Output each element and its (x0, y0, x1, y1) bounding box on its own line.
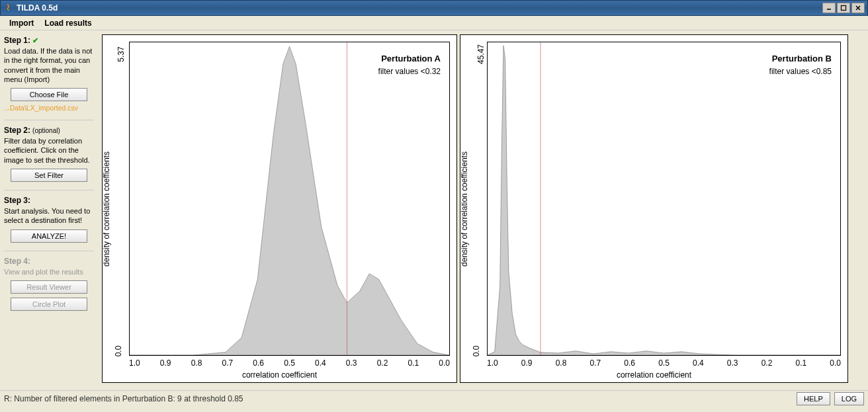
plot-a-subtitle: filter values <0.32 (378, 67, 441, 76)
menubar: Import Load results (0, 16, 868, 30)
menu-load-results[interactable]: Load results (39, 17, 97, 29)
statusbar: R: Number of filtered elements in Pertur… (0, 390, 868, 406)
step4-desc: View and plot the results (4, 267, 94, 276)
plot-b-ymin: 0.0 (472, 346, 481, 357)
plot-b-ylabel: density of correlation coefficients (460, 151, 469, 267)
circle-plot-button: Circle Plot (11, 298, 87, 311)
step2-desc: Filter data by correlation coefficient. … (4, 136, 94, 165)
plot-perturbation-a[interactable]: 5.37 0.0 density of correlation coeffici… (102, 34, 457, 383)
minimize-button[interactable] (822, 3, 836, 13)
java-icon (3, 3, 14, 13)
plot-b-subtitle: filter values <0.85 (769, 67, 832, 76)
step2-title: Step 2: (4, 126, 30, 135)
plot-b-ymax: 45.47 (476, 44, 486, 64)
plot-perturbation-b[interactable]: 45.47 0.0 density of correlation coeffic… (460, 34, 848, 383)
menu-import[interactable]: Import (4, 17, 39, 29)
plot-b-title: Perturbation B (772, 54, 832, 63)
set-filter-button[interactable]: Set Filter (11, 169, 87, 182)
svg-rect-1 (842, 6, 846, 11)
sidebar: Step 1: ✔ Load data. If the data is not … (0, 30, 98, 390)
status-message: R: Number of filtered elements in Pertur… (4, 394, 793, 403)
step2-optional: (optional) (32, 127, 60, 134)
plot-b-xlabel: correlation coefficient (617, 370, 691, 380)
plot-a-ymax: 5.37 (116, 46, 126, 62)
maximize-button[interactable] (837, 3, 850, 13)
plot-a-xlabel: correlation coefficient (242, 370, 317, 380)
log-button[interactable]: LOG (834, 392, 864, 405)
titlebar: TILDA 0.5d (0, 0, 868, 16)
check-icon: ✔ (32, 36, 38, 44)
analyze-button[interactable]: ANALYZE! (11, 229, 87, 243)
step3-desc: Start analysis. You need to select a des… (4, 206, 94, 226)
plot-a-ymin: 0.0 (114, 346, 123, 357)
window-title: TILDA 0.5d (17, 3, 822, 13)
plot-a-title: Perturbation A (381, 54, 441, 63)
step4-title: Step 4: (4, 257, 94, 266)
result-viewer-button: Result Viewer (11, 280, 87, 294)
step1-title: Step 1: (4, 36, 30, 45)
file-path: ...Data\LX_imported.csv (4, 104, 94, 112)
step3-title: Step 3: (4, 196, 94, 205)
choose-file-button[interactable]: Choose File (11, 88, 87, 101)
help-button[interactable]: HELP (797, 392, 830, 405)
step1-desc: Load data. If the data is not in the rig… (4, 46, 94, 84)
close-button[interactable] (851, 3, 865, 13)
plot-a-ylabel: density of correlation coefficients (102, 151, 111, 267)
